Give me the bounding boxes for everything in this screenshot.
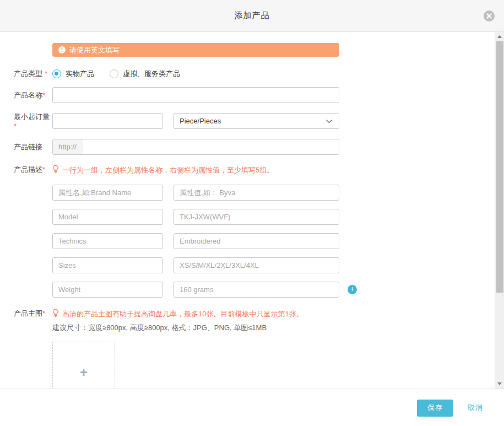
product-link-group: http:// bbox=[52, 139, 339, 155]
chevron-down-icon bbox=[326, 117, 332, 125]
attr-name-input[interactable] bbox=[52, 257, 163, 273]
moq-label: 最小起订量* bbox=[14, 112, 52, 130]
lightbulb-icon bbox=[52, 309, 59, 319]
attribute-row bbox=[52, 185, 504, 201]
attr-value-input[interactable] bbox=[174, 282, 339, 298]
cancel-button[interactable]: 取消 bbox=[468, 403, 483, 413]
attr-name-input[interactable] bbox=[52, 233, 163, 249]
radio-unselected-icon bbox=[110, 69, 118, 78]
row-product-type: 产品类型* 实物产品 虚拟、服务类产品 bbox=[14, 69, 504, 79]
scroll-down-icon[interactable] bbox=[495, 379, 504, 388]
product-name-label: 产品名称* bbox=[14, 90, 52, 100]
attr-value-input[interactable] bbox=[174, 233, 339, 249]
add-attribute-icon[interactable]: + bbox=[348, 285, 357, 294]
required-mark: * bbox=[42, 91, 45, 99]
product-link-input[interactable] bbox=[83, 139, 339, 154]
radio-virtual-product[interactable]: 虚拟、服务类产品 bbox=[110, 69, 180, 79]
radio-physical-label: 实物产品 bbox=[66, 69, 94, 79]
notice-text: 请使用英文填写 bbox=[69, 45, 120, 55]
attribute-row: + bbox=[52, 282, 504, 298]
scroll-up-icon[interactable] bbox=[495, 32, 504, 41]
attr-name-input[interactable] bbox=[52, 209, 163, 225]
radio-physical-product[interactable]: 实物产品 bbox=[52, 69, 94, 79]
dialog-header: 添加产品 bbox=[0, 0, 504, 32]
close-icon[interactable] bbox=[484, 10, 495, 21]
save-button[interactable]: 保存 bbox=[417, 400, 453, 417]
attr-value-input[interactable] bbox=[174, 257, 339, 273]
notice-banner: ! 请使用英文填写 bbox=[52, 43, 339, 57]
description-label: 产品描述* bbox=[14, 164, 52, 175]
attribute-rows: + bbox=[52, 185, 504, 298]
vertical-scrollbar[interactable] bbox=[495, 32, 504, 389]
attribute-row bbox=[52, 209, 504, 225]
required-mark: * bbox=[42, 309, 45, 317]
image-upload-box[interactable]: + bbox=[52, 342, 115, 389]
attr-name-input[interactable] bbox=[52, 185, 163, 201]
moq-unit-value: Piece/Pieces bbox=[180, 117, 221, 125]
attr-value-input[interactable] bbox=[174, 209, 339, 225]
radio-selected-icon bbox=[52, 69, 61, 78]
attribute-row bbox=[52, 233, 504, 249]
required-mark: * bbox=[45, 69, 47, 78]
description-hint: 一行为一组，左侧栏为属性名称，右侧栏为属性值，至少填写5组。 bbox=[52, 164, 274, 175]
radio-virtual-label: 虚拟、服务类产品 bbox=[123, 69, 180, 79]
image-size-note: 建议尺寸：宽度≥800px, 高度≥800px, 格式：JPG、PNG, 单图≤… bbox=[52, 323, 304, 333]
product-type-label: 产品类型* bbox=[14, 69, 52, 79]
row-description: 产品描述* 一行为一组，左侧栏为属性名称，右侧栏为属性值，至少填写5组。 bbox=[14, 164, 504, 175]
row-product-link: 产品链接 http:// bbox=[14, 139, 504, 155]
moq-unit-select[interactable]: Piece/Pieces bbox=[174, 113, 339, 129]
scrollbar-thumb[interactable] bbox=[496, 41, 503, 293]
main-image-hint-text: 高清的产品主图有助于提高询盘几率，最多10张。目前模板中只显示第1张。 bbox=[62, 309, 304, 319]
attr-name-input[interactable] bbox=[52, 282, 163, 298]
main-image-hint: 高清的产品主图有助于提高询盘几率，最多10张。目前模板中只显示第1张。 bbox=[52, 308, 304, 319]
required-mark: * bbox=[42, 165, 45, 174]
row-moq: 最小起订量* Piece/Pieces bbox=[14, 112, 504, 130]
url-prefix: http:// bbox=[53, 139, 83, 154]
upload-plus-icon: + bbox=[80, 365, 88, 380]
dialog-title: 添加产品 bbox=[235, 10, 270, 21]
dialog-footer: 保存 取消 bbox=[0, 390, 504, 426]
row-product-name: 产品名称* bbox=[14, 87, 504, 103]
product-name-input[interactable] bbox=[52, 87, 339, 103]
product-link-label: 产品链接 bbox=[14, 142, 52, 152]
row-main-image: 产品主图* 高清的产品主图有助于提高询盘几率，最多10张。目前模板中只显示第1张… bbox=[14, 308, 504, 389]
lightbulb-icon bbox=[52, 165, 59, 175]
dialog-body: ! 请使用英文填写 产品类型* 实物产品 虚拟、服务类产品 产品名 bbox=[0, 32, 504, 389]
moq-input[interactable] bbox=[52, 113, 163, 129]
main-image-label: 产品主图* bbox=[14, 308, 52, 319]
description-hint-text: 一行为一组，左侧栏为属性名称，右侧栏为属性值，至少填写5组。 bbox=[62, 165, 274, 175]
info-icon: ! bbox=[58, 46, 66, 53]
attr-value-input[interactable] bbox=[174, 185, 339, 201]
attribute-row bbox=[52, 257, 504, 273]
required-mark: * bbox=[14, 122, 17, 130]
